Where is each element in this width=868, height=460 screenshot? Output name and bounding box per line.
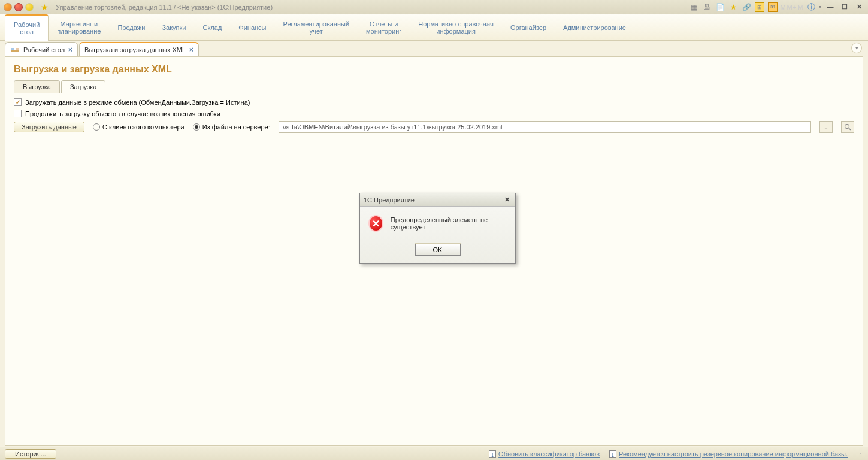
dialog-ok-button[interactable]: OK <box>415 244 461 256</box>
history-button[interactable]: История... <box>5 449 56 459</box>
info-icon[interactable]: ⓘ <box>807 2 815 13</box>
resize-grip[interactable]: ⋰ <box>857 450 863 457</box>
radio-server[interactable]: Из файла на сервере: <box>193 123 270 131</box>
info-dropdown-icon[interactable]: ▾ <box>819 4 821 10</box>
dialog-titlebar[interactable]: 1С:Предприятие ✕ <box>360 193 515 207</box>
nav-back-icon[interactable] <box>14 3 23 11</box>
load-data-button[interactable]: Загрузить данные <box>14 122 84 132</box>
toolbar-icon-1[interactable]: ▦ <box>689 2 698 12</box>
svg-point-3 <box>845 125 849 129</box>
nav-regulated[interactable]: Регламентированный учет <box>275 14 358 40</box>
page-title: Выгрузка и загрузка данных XML <box>5 57 863 80</box>
radio-client-label: С клиентского компьютера <box>102 123 185 131</box>
radio-server-label: Из файла на сервере: <box>202 123 270 131</box>
radio-server-input[interactable] <box>193 123 200 131</box>
titlebar: ★ Управление торговлей, редакция 11.1 / … <box>0 0 868 14</box>
info-small-icon: i <box>489 450 496 458</box>
calendar-icon[interactable]: 31 <box>768 2 778 12</box>
error-dialog: 1С:Предприятие ✕ ✕ Предопределенный элем… <box>359 193 516 264</box>
subtab-export[interactable]: Выгрузка <box>14 80 60 93</box>
radio-client[interactable]: С клиентского компьютера <box>93 123 185 131</box>
checkbox-row-2: Продолжить загрузку объектов в случае во… <box>14 110 854 117</box>
nav-desktop[interactable]: Рабочий стол <box>5 14 49 41</box>
statusbar: История... i Обновить классификатор банк… <box>0 447 868 460</box>
nav-sales[interactable]: Продажи <box>109 14 153 40</box>
checkbox-exchange-mode[interactable]: ✔ <box>14 98 22 106</box>
favorites-icon[interactable]: ★ <box>41 2 49 12</box>
dialog-body: ✕ Предопределенный элемент не существует <box>360 207 515 240</box>
memory-m[interactable]: M <box>780 4 785 11</box>
nav-marketing[interactable]: Маркетинг и планирование <box>49 14 109 40</box>
app-icon <box>4 3 12 11</box>
action-row: Загрузить данные С клиентского компьютер… <box>14 121 854 133</box>
memory-mminus[interactable]: M- <box>797 4 805 11</box>
subtabs: Выгрузка Загрузка <box>5 80 863 93</box>
tabs-dropdown[interactable]: ▾ <box>851 43 862 53</box>
calculator-icon[interactable]: ⊞ <box>755 2 764 12</box>
tab-desktop[interactable]: Рабочий стол × <box>5 42 78 56</box>
nav-reference[interactable]: Нормативно-справочная информация <box>410 14 502 40</box>
status-link-banks[interactable]: i Обновить классификатор банков <box>489 450 600 458</box>
desktop-tab-icon <box>10 46 20 54</box>
dialog-footer: OK <box>360 240 515 263</box>
tab-close-desktop[interactable]: × <box>68 46 72 54</box>
checkbox-continue-on-error[interactable] <box>14 110 22 117</box>
window-title: Управление торговлей, редакция 11.1 / <Н… <box>56 4 273 11</box>
dialog-title: 1С:Предприятие <box>364 196 415 204</box>
titlebar-right: ▦ 🖶 📄 ★ 🔗 ⊞ 31 M M+ M- ⓘ ▾ — ☐ ✕ <box>689 2 864 13</box>
browse-button[interactable]: … <box>819 121 833 133</box>
status-link-backup[interactable]: i Рекомендуется настроить резервное копи… <box>609 450 848 458</box>
subtab-import[interactable]: Загрузка <box>61 80 105 93</box>
nav-reports[interactable]: Отчеты и мониторинг <box>358 14 410 40</box>
info-small-icon-2: i <box>609 450 616 458</box>
tab-xml-export[interactable]: Выгрузка и загрузка данных XML × <box>79 42 199 56</box>
status-right: i Обновить классификатор банков i Рекоме… <box>489 450 848 458</box>
svg-rect-0 <box>11 50 19 52</box>
error-icon: ✕ <box>368 215 383 232</box>
search-button[interactable] <box>841 121 854 133</box>
nav-organizer[interactable]: Органайзер <box>502 14 555 40</box>
checkbox-row-1: ✔ Загружать данные в режиме обмена (Обме… <box>14 98 854 106</box>
window-close-button[interactable]: ✕ <box>854 2 864 12</box>
nav-warehouse[interactable]: Склад <box>195 14 231 40</box>
doc-icon[interactable]: 📄 <box>715 2 725 12</box>
link-icon[interactable]: 🔗 <box>742 2 751 12</box>
status-link-banks-label: Обновить классификатор банков <box>498 450 600 458</box>
titlebar-left: ★ Управление торговлей, редакция 11.1 / … <box>4 2 273 12</box>
svg-line-4 <box>849 128 851 130</box>
status-link-backup-label: Рекомендуется настроить резервное копиро… <box>619 450 848 458</box>
form-area: ✔ Загружать данные в режиме обмена (Обме… <box>5 93 863 445</box>
nav-forward-icon[interactable] <box>25 3 34 11</box>
tab-xml-label: Выгрузка и загрузка данных XML <box>84 46 186 53</box>
checkbox-exchange-label: Загружать данные в режиме обмена (ОбменД… <box>25 99 250 106</box>
svg-rect-2 <box>16 48 19 50</box>
tab-desktop-label: Рабочий стол <box>23 46 65 53</box>
document-tabs: Рабочий стол × Выгрузка и загрузка данны… <box>0 41 868 56</box>
dialog-close-button[interactable]: ✕ <box>502 196 512 204</box>
star-icon[interactable]: ★ <box>728 2 738 12</box>
memory-mplus[interactable]: M+ <box>787 4 797 11</box>
checkbox-continue-label: Продолжить загрузку объектов в случае во… <box>25 110 220 117</box>
svg-rect-1 <box>11 48 14 50</box>
file-path-input[interactable]: \\s-fa\OBMEN\Виталий\выгрузка из базы ут… <box>279 121 811 133</box>
print-icon[interactable]: 🖶 <box>702 2 712 12</box>
tab-close-xml[interactable]: × <box>189 46 193 54</box>
maximize-button[interactable]: ☐ <box>839 2 850 12</box>
radio-client-input[interactable] <box>93 123 100 131</box>
minimize-button[interactable]: — <box>825 2 836 12</box>
nav-purchases[interactable]: Закупки <box>153 14 194 40</box>
magnifier-icon <box>844 123 851 131</box>
main-navigation: Рабочий стол Маркетинг и планирование Пр… <box>0 14 868 41</box>
dialog-message: Предопределенный элемент не существует <box>391 216 507 231</box>
nav-finance[interactable]: Финансы <box>230 14 274 40</box>
nav-admin[interactable]: Администрирование <box>555 14 634 40</box>
